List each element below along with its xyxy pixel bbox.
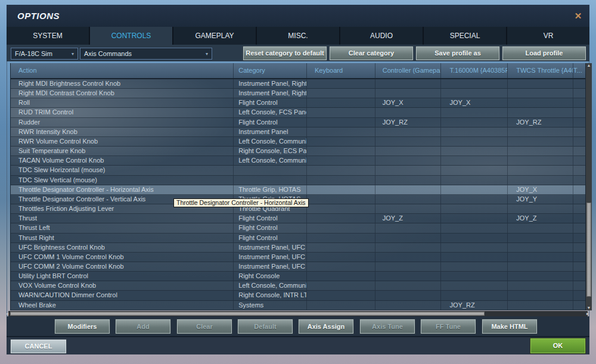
cell-keyboard[interactable] xyxy=(307,301,375,310)
add-button[interactable]: Add xyxy=(116,319,170,334)
cell-action[interactable]: WARN/CAUTION Dimmer Control xyxy=(11,291,234,300)
cell-action[interactable]: VOX Volume Control Knob xyxy=(11,281,234,290)
cell-action[interactable]: Thrust Right xyxy=(11,234,234,242)
cell-keyboard[interactable] xyxy=(307,272,375,281)
cell-category[interactable] xyxy=(234,176,307,185)
cell-controller[interactable] xyxy=(375,262,442,271)
cell-twcs[interactable] xyxy=(508,108,573,117)
tab-system[interactable]: SYSTEM xyxy=(7,27,89,45)
cell-controller[interactable] xyxy=(375,301,442,310)
cell-action[interactable]: Suit Temperature Knob xyxy=(11,147,234,155)
cell-t16000m[interactable] xyxy=(441,243,508,252)
cell-controller[interactable] xyxy=(375,137,442,146)
make-html-button[interactable]: Make HTML xyxy=(482,319,537,334)
cell-twcs[interactable] xyxy=(508,79,573,88)
tab-misc[interactable]: MISC. xyxy=(257,27,339,45)
cell-action[interactable]: Throttle Designator Controller - Horizon… xyxy=(11,185,234,194)
cell-t16000m[interactable] xyxy=(441,176,508,185)
cell-controller[interactable] xyxy=(375,176,442,185)
cell-controller[interactable] xyxy=(375,223,442,232)
cell-keyboard[interactable] xyxy=(307,291,375,300)
cell-controller[interactable] xyxy=(375,147,442,155)
table-row[interactable]: RudderFlight ControlJOY_RZJOY_RZ xyxy=(11,118,585,127)
tab-vr[interactable]: VR xyxy=(507,27,589,45)
tab-controls[interactable]: CONTROLS xyxy=(90,27,172,45)
cell-category[interactable]: Right Console, INTR LT Co xyxy=(234,291,307,300)
cell-keyboard[interactable] xyxy=(307,176,375,185)
cell-controller[interactable] xyxy=(375,89,442,98)
cell-category[interactable]: Flight Control xyxy=(234,214,307,223)
cell-category[interactable]: Flight Control xyxy=(234,234,307,242)
clear-category-button[interactable]: Clear category xyxy=(330,46,413,60)
cell-twcs[interactable] xyxy=(508,243,573,252)
clear-button[interactable]: Clear xyxy=(177,319,232,334)
cell-t16000m[interactable] xyxy=(441,281,508,290)
table-row[interactable]: RWR Volume Control KnobLeft Console, Com… xyxy=(11,137,585,147)
table-row[interactable]: Thrust RightFlight Control xyxy=(11,234,585,243)
cell-twcs[interactable] xyxy=(508,147,573,155)
cell-category[interactable]: Left Console, Communicat xyxy=(234,156,307,165)
cell-category[interactable]: Left Console, Communicat xyxy=(234,137,307,146)
cell-category[interactable]: Systems xyxy=(234,301,307,310)
cell-action[interactable]: UFC COMM 1 Volume Control Knob xyxy=(11,253,234,262)
cell-t16000m[interactable] xyxy=(441,223,508,232)
cell-controller[interactable] xyxy=(375,127,442,136)
cell-category[interactable]: Instrument Panel, UFC xyxy=(234,243,307,252)
cell-t16000m[interactable] xyxy=(441,195,508,204)
cell-twcs[interactable] xyxy=(508,281,573,290)
cell-category[interactable]: Instrument Panel xyxy=(234,127,307,136)
column-header[interactable]: TWCS Throttle {A40... xyxy=(508,63,573,78)
cell-keyboard[interactable] xyxy=(307,195,375,204)
column-header[interactable]: Keyboard xyxy=(307,63,375,78)
cell-t16000m[interactable] xyxy=(441,262,508,271)
cell-category[interactable]: Left Console, FCS Panel xyxy=(234,108,307,117)
cell-t16000m[interactable] xyxy=(441,108,508,117)
cell-keyboard[interactable] xyxy=(307,98,375,107)
table-row[interactable]: ThrustFlight ControlJOY_ZJOY_Z xyxy=(11,214,585,223)
cell-twcs[interactable] xyxy=(508,301,573,310)
table-row[interactable]: Utility Light BRT ControlRight Console xyxy=(11,272,585,281)
cell-t16000m[interactable] xyxy=(441,147,508,155)
cell-twcs[interactable]: JOY_Y xyxy=(508,195,573,204)
scroll-down-icon[interactable]: ▼ xyxy=(586,306,592,310)
cell-twcs[interactable]: JOY_X xyxy=(508,185,573,194)
cell-keyboard[interactable] xyxy=(307,89,375,98)
cell-category[interactable]: Right Console xyxy=(234,272,307,281)
scroll-right-icon[interactable]: ► xyxy=(585,311,590,316)
cell-keyboard[interactable] xyxy=(307,281,375,290)
cell-controller[interactable] xyxy=(375,185,442,194)
cell-t16000m[interactable] xyxy=(441,291,508,300)
cell-keyboard[interactable] xyxy=(307,118,375,127)
table-row[interactable]: TACAN Volume Control KnobLeft Console, C… xyxy=(11,156,585,166)
table-row[interactable]: VOX Volume Control KnobLeft Console, Com… xyxy=(11,281,585,291)
cell-controller[interactable] xyxy=(375,243,442,252)
cell-controller[interactable] xyxy=(375,234,442,242)
cell-t16000m[interactable] xyxy=(441,127,508,136)
cell-twcs[interactable] xyxy=(508,166,573,175)
tab-audio[interactable]: AUDIO xyxy=(340,27,423,45)
reset-category-to-default-button[interactable]: Reset category to default xyxy=(243,46,327,60)
cell-controller[interactable]: JOY_RZ xyxy=(375,118,442,127)
scroll-left-icon[interactable]: ◄ xyxy=(5,311,10,316)
cell-keyboard[interactable] xyxy=(307,204,375,213)
axis-tune-button[interactable]: Axis Tune xyxy=(360,319,415,334)
cell-twcs[interactable] xyxy=(508,223,573,232)
cell-category[interactable]: Instrument Panel, UFC xyxy=(234,253,307,262)
save-profile-as-button[interactable]: Save profile as xyxy=(416,46,499,60)
cell-keyboard[interactable] xyxy=(307,185,375,194)
cell-keyboard[interactable] xyxy=(307,166,375,175)
cell-action[interactable]: RUD TRIM Control xyxy=(11,108,234,117)
table-row[interactable]: UFC COMM 1 Volume Control KnobInstrument… xyxy=(11,253,585,262)
axis-assign-button[interactable]: Axis Assign xyxy=(299,319,353,334)
cell-keyboard[interactable] xyxy=(307,243,375,252)
aircraft-dropdown[interactable]: F/A-18C Sim ▾ xyxy=(11,48,78,60)
table-row[interactable]: WARN/CAUTION Dimmer ControlRight Console… xyxy=(11,291,585,300)
column-header[interactable]: Controller (Gamepa... xyxy=(375,63,442,78)
cell-twcs[interactable] xyxy=(508,234,573,242)
cell-action[interactable]: UFC COMM 2 Volume Control Knob xyxy=(11,262,234,271)
cell-t16000m[interactable]: JOY_X xyxy=(441,98,508,107)
cell-t16000m[interactable] xyxy=(441,137,508,146)
cell-controller[interactable] xyxy=(375,253,442,262)
cell-action[interactable]: Thrust xyxy=(11,214,234,223)
cell-keyboard[interactable] xyxy=(307,156,375,165)
